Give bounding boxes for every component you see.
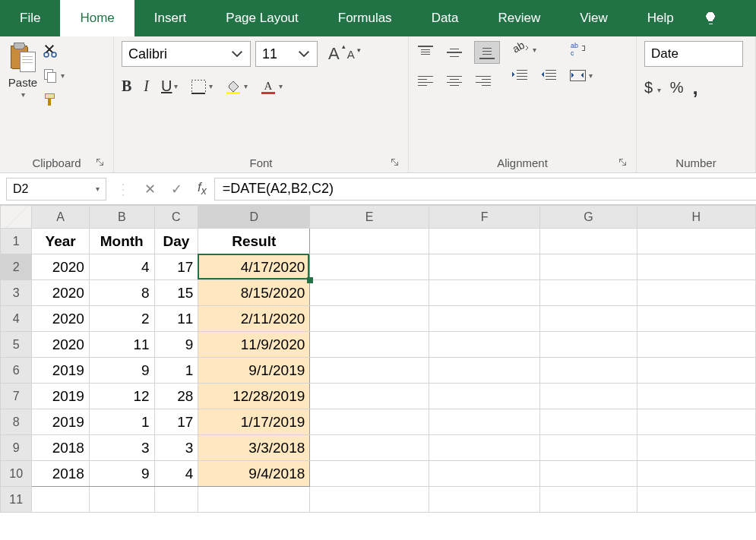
cell-E11[interactable] bbox=[310, 487, 429, 513]
cell-B3[interactable]: 8 bbox=[89, 280, 154, 306]
cell-D4[interactable]: 2/11/2020 bbox=[198, 306, 310, 332]
font-dialog-launcher[interactable] bbox=[390, 157, 400, 168]
borders-button[interactable]: ▾ bbox=[190, 78, 213, 95]
alignment-dialog-launcher[interactable] bbox=[618, 157, 628, 168]
cell-C8[interactable]: 17 bbox=[154, 409, 198, 435]
tab-insert[interactable]: Insert bbox=[134, 0, 207, 36]
cell-E10[interactable] bbox=[310, 461, 429, 487]
cell-A1[interactable]: Year bbox=[32, 229, 89, 254]
cell-F2[interactable] bbox=[429, 254, 540, 280]
tab-home[interactable]: Home bbox=[60, 0, 134, 36]
cell-F9[interactable] bbox=[429, 435, 540, 461]
cell-G10[interactable] bbox=[540, 461, 637, 487]
cell-B1[interactable]: Month bbox=[89, 229, 154, 254]
cell-F3[interactable] bbox=[429, 280, 540, 306]
cell-E2[interactable] bbox=[310, 254, 429, 280]
percent-button[interactable]: % bbox=[670, 79, 684, 96]
cell-C4[interactable]: 11 bbox=[154, 306, 198, 332]
col-head-F[interactable]: F bbox=[429, 206, 540, 229]
tab-file[interactable]: File bbox=[0, 0, 60, 36]
paste-dropdown[interactable]: ▾ bbox=[21, 90, 25, 99]
cell-B7[interactable]: 12 bbox=[89, 384, 154, 409]
font-color-button[interactable]: A ▾ bbox=[260, 78, 283, 95]
cell-H2[interactable] bbox=[637, 254, 755, 280]
fill-color-button[interactable]: ▾ bbox=[225, 78, 248, 95]
cell-A9[interactable]: 2018 bbox=[32, 435, 89, 461]
row-head-6[interactable]: 6 bbox=[1, 358, 32, 384]
cell-E5[interactable] bbox=[310, 332, 429, 358]
tab-view[interactable]: View bbox=[560, 0, 628, 36]
cell-E9[interactable] bbox=[310, 435, 429, 461]
cell-H8[interactable] bbox=[637, 409, 755, 435]
cell-A8[interactable]: 2019 bbox=[32, 409, 89, 435]
cell-F7[interactable] bbox=[429, 384, 540, 409]
tell-me-button[interactable] bbox=[694, 0, 727, 36]
cell-D7[interactable]: 12/28/2019 bbox=[198, 384, 310, 409]
align-top-icon[interactable] bbox=[416, 45, 435, 60]
cell-D8[interactable]: 1/17/2019 bbox=[198, 409, 310, 435]
paste-label[interactable]: Paste bbox=[8, 76, 37, 89]
decrease-font-button[interactable]: A▾ bbox=[347, 48, 355, 61]
row-head-11[interactable]: 11 bbox=[1, 487, 32, 513]
cell-A7[interactable]: 2019 bbox=[32, 384, 89, 409]
align-bottom-button[interactable] bbox=[474, 41, 500, 64]
cell-A3[interactable]: 2020 bbox=[32, 280, 89, 306]
tab-review[interactable]: Review bbox=[479, 0, 561, 36]
row-head-9[interactable]: 9 bbox=[1, 435, 32, 461]
clipboard-dialog-launcher[interactable] bbox=[95, 157, 106, 168]
name-box[interactable]: D2 ▾ bbox=[6, 178, 106, 201]
cancel-formula-button[interactable]: ✕ bbox=[137, 181, 163, 197]
currency-button[interactable]: $ ▾ bbox=[644, 79, 661, 96]
cell-G4[interactable] bbox=[540, 306, 637, 332]
cell-B2[interactable]: 4 bbox=[89, 254, 154, 280]
cell-H4[interactable] bbox=[637, 306, 755, 332]
align-center-icon[interactable] bbox=[445, 73, 463, 88]
format-painter-button[interactable] bbox=[43, 91, 58, 108]
cell-E3[interactable] bbox=[310, 280, 429, 306]
cell-C2[interactable]: 17 bbox=[154, 254, 198, 280]
orientation-button[interactable]: ab ▾ bbox=[511, 41, 558, 58]
row-head-8[interactable]: 8 bbox=[1, 409, 32, 435]
cell-F1[interactable] bbox=[429, 229, 540, 254]
align-right-icon[interactable] bbox=[474, 73, 492, 88]
fx-icon[interactable]: fx bbox=[190, 180, 214, 197]
copy-button[interactable]: ▾ bbox=[43, 67, 65, 84]
cell-G11[interactable] bbox=[540, 487, 637, 513]
cell-D11[interactable] bbox=[198, 487, 310, 513]
accept-formula-button[interactable]: ✓ bbox=[163, 181, 190, 197]
cell-F4[interactable] bbox=[429, 306, 540, 332]
col-head-E[interactable]: E bbox=[310, 206, 429, 229]
cell-C7[interactable]: 28 bbox=[154, 384, 198, 409]
cell-C1[interactable]: Day bbox=[154, 229, 198, 254]
col-head-D[interactable]: D bbox=[198, 206, 310, 229]
cell-A6[interactable]: 2019 bbox=[32, 358, 89, 384]
bold-button[interactable]: B bbox=[122, 77, 131, 95]
increase-font-button[interactable]: A▴ bbox=[328, 44, 340, 64]
row-head-2[interactable]: 2 bbox=[1, 254, 32, 280]
cell-D2[interactable]: 4/17/2020 bbox=[198, 254, 310, 280]
cell-G7[interactable] bbox=[540, 384, 637, 409]
cell-F6[interactable] bbox=[429, 358, 540, 384]
cell-D10[interactable]: 9/4/2018 bbox=[198, 461, 310, 487]
col-head-A[interactable]: A bbox=[32, 206, 89, 229]
comma-button[interactable]: , bbox=[692, 76, 697, 99]
number-format-combo[interactable]: Date bbox=[644, 41, 743, 67]
cell-G1[interactable] bbox=[540, 229, 637, 254]
cell-A2[interactable]: 2020 bbox=[32, 254, 89, 280]
cell-F11[interactable] bbox=[429, 487, 540, 513]
cell-H7[interactable] bbox=[637, 384, 755, 409]
cell-C6[interactable]: 1 bbox=[154, 358, 198, 384]
cell-B9[interactable]: 3 bbox=[89, 435, 154, 461]
cell-F8[interactable] bbox=[429, 409, 540, 435]
cell-A10[interactable]: 2018 bbox=[32, 461, 89, 487]
cell-H5[interactable] bbox=[637, 332, 755, 358]
cell-D9[interactable]: 3/3/2018 bbox=[198, 435, 310, 461]
cell-B6[interactable]: 9 bbox=[89, 358, 154, 384]
cell-H1[interactable] bbox=[637, 229, 755, 254]
decrease-indent-icon[interactable] bbox=[511, 67, 529, 82]
col-head-G[interactable]: G bbox=[540, 206, 637, 229]
row-head-5[interactable]: 5 bbox=[1, 332, 32, 358]
align-left-icon[interactable] bbox=[416, 73, 435, 88]
cell-D3[interactable]: 8/15/2020 bbox=[198, 280, 310, 306]
col-head-B[interactable]: B bbox=[89, 206, 154, 229]
